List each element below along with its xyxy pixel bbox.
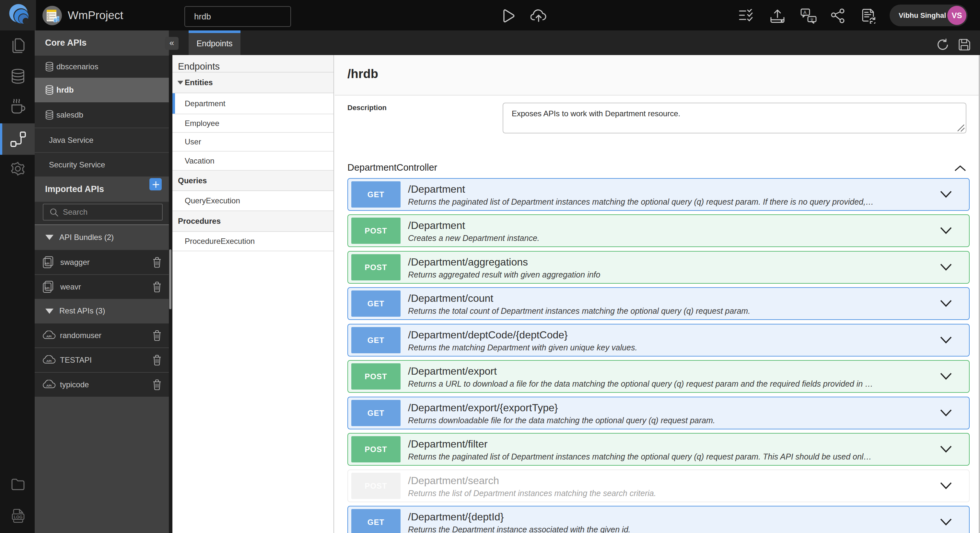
svg-text:文: 文 bbox=[810, 17, 814, 22]
svg-text:A: A bbox=[803, 10, 807, 15]
svg-text:LOG: LOG bbox=[14, 515, 22, 519]
svg-text:API: API bbox=[45, 287, 49, 290]
svg-text:API: API bbox=[46, 384, 51, 387]
svg-text:API: API bbox=[46, 359, 51, 363]
svg-text:API: API bbox=[46, 335, 51, 338]
svg-text:API: API bbox=[45, 262, 49, 265]
